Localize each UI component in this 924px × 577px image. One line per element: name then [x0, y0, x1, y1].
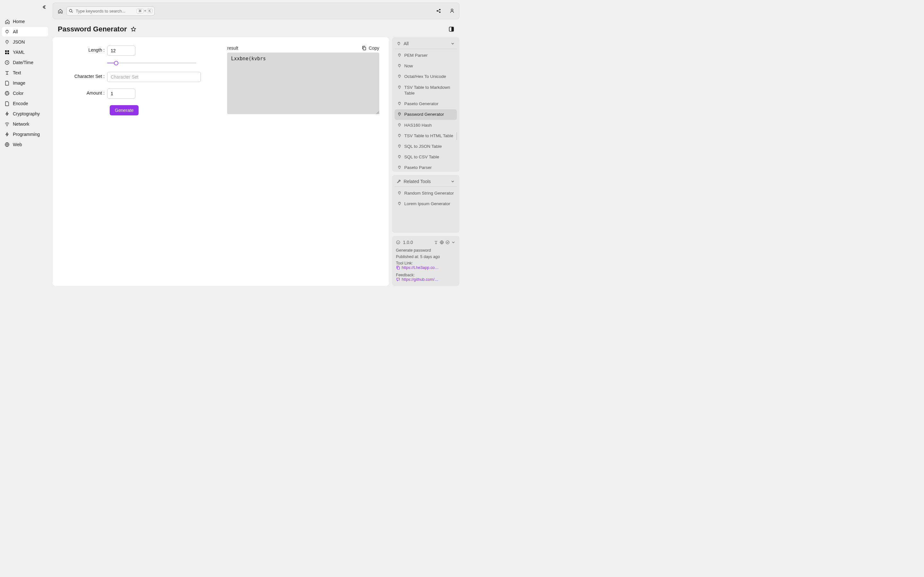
home-button[interactable] — [57, 8, 63, 13]
plug-icon — [397, 201, 402, 206]
tool-item-octal-hex-to-unicode[interactable]: Octal/Hex To Unicode — [395, 71, 457, 82]
wifi-icon — [5, 121, 10, 127]
info-icon — [396, 240, 401, 245]
sidebar-item-encode[interactable]: Encode — [2, 99, 48, 108]
scrollbar[interactable] — [457, 132, 457, 140]
copy-icon — [396, 266, 401, 270]
related-item-label: Random String Generator — [404, 190, 454, 196]
sidebar-item-all[interactable]: All — [2, 27, 48, 37]
sidebar-item-label: Encode — [13, 101, 28, 106]
wrench-icon — [397, 179, 401, 184]
plug-icon — [397, 41, 401, 46]
tool-item-pem-parser[interactable]: PEM Parser — [395, 50, 457, 61]
workspace: Length : Character Set : — [53, 37, 389, 286]
file-icon — [5, 101, 10, 106]
account-button[interactable] — [449, 8, 455, 13]
copy-button[interactable]: Copy — [362, 45, 379, 51]
charset-input[interactable] — [107, 72, 201, 82]
tool-item-sql-to-json-table[interactable]: SQL to JSON Table — [395, 141, 457, 152]
bolt-icon — [5, 111, 10, 116]
home-icon — [5, 19, 10, 24]
version-text: 1.0.0 — [403, 240, 413, 245]
sidebar-item-text[interactable]: Text — [2, 68, 48, 77]
text-icon — [5, 70, 10, 75]
tool-item-password-generator[interactable]: Password Generator — [395, 109, 457, 119]
plug-icon — [397, 144, 402, 148]
plug-icon — [397, 53, 402, 57]
sidebar-item-yaml[interactable]: YAML — [2, 47, 48, 57]
tool-item-label: TSV Table to Markdown Table — [404, 85, 454, 96]
sidebar-item-network[interactable]: Network — [2, 119, 48, 129]
amount-input[interactable] — [107, 89, 136, 99]
plug-icon — [397, 85, 402, 89]
check-icon[interactable] — [445, 240, 450, 245]
related-panel-title: Related Tools — [404, 179, 431, 184]
tool-item-label: SQL to CSV Table — [404, 154, 439, 160]
search-input[interactable] — [76, 9, 134, 13]
sidebar-item-image[interactable]: Image — [2, 78, 48, 88]
sidebar-item-cryptography[interactable]: Cryptography — [2, 109, 48, 119]
sidebar-item-label: Image — [13, 81, 25, 85]
tool-link-label: Tool Link: — [396, 261, 413, 266]
related-item-random-string-generator[interactable]: Random String Generator — [395, 188, 457, 198]
tool-item-has160-hash[interactable]: HAS160 Hash — [395, 120, 457, 131]
sidebar-item-date-time[interactable]: Date/Time — [2, 58, 48, 67]
file-icon — [5, 81, 10, 85]
sidebar-item-label: Network — [13, 121, 29, 127]
sidebar-item-color[interactable]: Color — [2, 89, 48, 98]
result-label: result — [227, 45, 238, 51]
sidebar-item-label: Color — [13, 91, 23, 96]
text-icon[interactable] — [434, 240, 438, 245]
star-icon — [131, 26, 136, 32]
published-label: Published at: — [396, 255, 419, 259]
share-icon — [436, 8, 441, 13]
sidebar-collapse-button[interactable] — [42, 5, 47, 10]
favorite-button[interactable] — [131, 26, 136, 32]
tool-item-label: Now — [404, 63, 413, 69]
tool-link[interactable]: https://t.he3app.co… — [396, 266, 439, 270]
sidebar-item-home[interactable]: Home — [2, 17, 48, 26]
related-item-lorem-ipsum-generator[interactable]: Lorem Ipsum Generator — [395, 199, 457, 209]
result-output[interactable]: Lxxbne(kvbrs — [227, 53, 379, 114]
plug-icon — [397, 155, 402, 159]
sidebar-item-label: Web — [13, 142, 22, 147]
feedback-label: Feedback: — [396, 273, 415, 277]
length-input[interactable] — [107, 45, 136, 56]
tool-item-tsv-table-to-html-table[interactable]: TSV Table to HTML Table — [395, 131, 457, 141]
sidebar-item-json[interactable]: JSON — [2, 37, 48, 47]
tool-item-paseto-generator[interactable]: Paseto Generator — [395, 99, 457, 109]
panel-icon — [449, 26, 454, 32]
tool-item-tsv-table-to-markdown-table[interactable]: TSV Table to Markdown Table — [395, 82, 457, 98]
share-button[interactable] — [436, 8, 441, 13]
plug-icon — [397, 123, 402, 127]
generate-button[interactable]: Generate — [110, 105, 139, 115]
length-slider-thumb[interactable] — [114, 61, 118, 65]
plug-icon — [397, 74, 402, 79]
feedback-link[interactable]: https://github.com/… — [396, 277, 439, 282]
toggle-right-panel-button[interactable] — [449, 26, 454, 32]
tool-item-paseto-parser[interactable]: Paseto Parser — [395, 163, 457, 169]
tool-item-label: HAS160 Hash — [404, 122, 432, 128]
sidebar-item-label: Home — [13, 19, 25, 24]
sidebar-item-label: Cryptography — [13, 111, 40, 116]
all-panel-collapse[interactable] — [451, 41, 455, 46]
tool-item-label: PEM Parser — [404, 53, 428, 58]
related-item-label: Lorem Ipsum Generator — [404, 201, 450, 207]
tool-item-label: Paseto Parser — [404, 165, 432, 169]
user-icon — [449, 8, 455, 13]
length-slider[interactable] — [107, 60, 196, 65]
sidebar-item-web[interactable]: Web — [2, 140, 48, 149]
tool-item-label: SQL to JSON Table — [404, 143, 442, 149]
tool-item-now[interactable]: Now — [395, 61, 457, 71]
sidebar-item-programming[interactable]: Programming — [2, 129, 48, 139]
related-panel-collapse[interactable] — [451, 179, 455, 184]
sidebar-item-label: Text — [13, 70, 21, 75]
globe-icon[interactable] — [439, 240, 444, 245]
tool-item-label: TSV Table to HTML Table — [404, 133, 453, 139]
search-box[interactable]: ⌘ + K — [66, 6, 155, 16]
tool-item-sql-to-csv-table[interactable]: SQL to CSV Table — [395, 152, 457, 162]
chevron-down-icon[interactable] — [451, 240, 456, 245]
sidebar-item-label: All — [13, 29, 18, 34]
sidebar-item-label: Programming — [13, 132, 40, 137]
aperture-icon — [5, 91, 10, 96]
